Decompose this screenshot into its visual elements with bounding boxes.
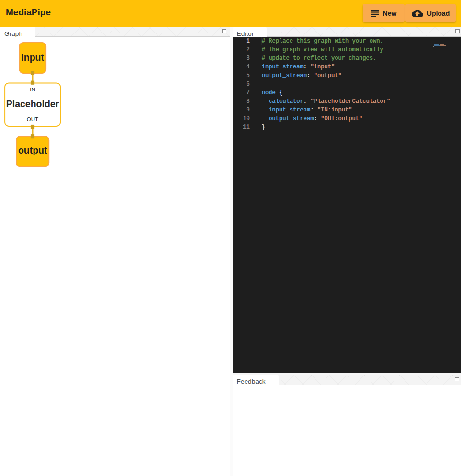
svg-text:IN: IN bbox=[30, 87, 35, 92]
svg-text:output: output bbox=[18, 145, 47, 155]
svg-text:Placeholder: Placeholder bbox=[6, 99, 59, 109]
svg-text:input: input bbox=[21, 52, 44, 63]
svg-text:OUT: OUT bbox=[27, 116, 38, 122]
